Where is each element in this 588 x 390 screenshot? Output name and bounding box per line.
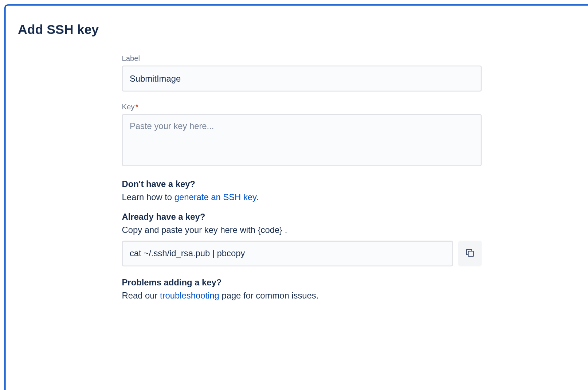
key-field-caption: Key* — [122, 103, 482, 112]
generate-ssh-key-link[interactable]: generate an SSH key — [175, 192, 256, 202]
no-key-post: . — [256, 192, 259, 202]
copy-icon — [465, 248, 475, 260]
label-field-caption: Label — [122, 54, 482, 63]
have-key-heading: Already have a key? — [122, 212, 482, 222]
no-key-text: Learn how to generate an SSH key. — [122, 191, 482, 204]
key-field-caption-text: Key — [122, 103, 134, 111]
problems-text: Read our troubleshooting page for common… — [122, 289, 482, 302]
key-textarea[interactable] — [122, 114, 482, 166]
troubleshooting-link[interactable]: troubleshooting — [160, 290, 219, 300]
svg-rect-0 — [468, 251, 473, 256]
code-snippet: cat ~/.ssh/id_rsa.pub | pbcopy — [122, 241, 453, 266]
problems-post: page for common issues. — [219, 290, 319, 300]
add-ssh-key-modal: Add SSH key Label Key* Don't have a key?… — [4, 4, 588, 390]
copy-button[interactable] — [458, 241, 482, 266]
problems-pre: Read our — [122, 290, 160, 300]
no-key-heading: Don't have a key? — [122, 179, 482, 189]
problems-heading: Problems adding a key? — [122, 278, 482, 288]
no-key-pre: Learn how to — [122, 192, 174, 202]
required-indicator: * — [136, 103, 138, 111]
have-key-text: Copy and paste your key here with {code}… — [122, 224, 482, 237]
modal-title: Add SSH key — [18, 22, 588, 37]
code-row: cat ~/.ssh/id_rsa.pub | pbcopy — [122, 241, 482, 266]
form-area: Label Key* Don't have a key? Learn how t… — [122, 54, 482, 390]
label-input[interactable] — [122, 66, 482, 91]
